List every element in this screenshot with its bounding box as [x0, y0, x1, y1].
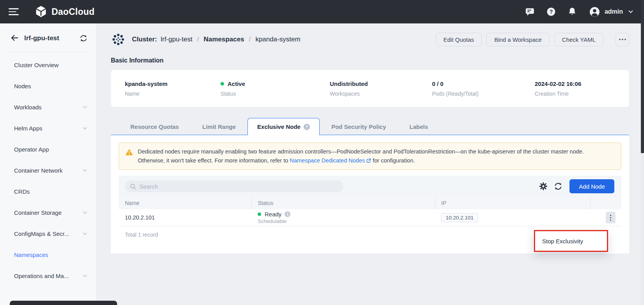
breadcrumb-row: Cluster: lrf-gpu-test / Namespaces / kpa… [111, 32, 629, 47]
settings-gear-icon[interactable] [539, 182, 548, 191]
avatar [589, 7, 600, 17]
tab-bar: Resource Quotas Limit Range Exclusive No… [111, 118, 629, 135]
tab-exclusive-node[interactable]: Exclusive Node ? [247, 118, 320, 135]
sidebar-item-container-network[interactable]: Container Network [0, 160, 96, 181]
sidebar-item-container-storage[interactable]: Container Storage [0, 202, 96, 223]
svg-text:?: ? [550, 9, 553, 15]
dedicated-nodes-link[interactable]: Namespace Dedicated Nodes [290, 157, 365, 164]
info-field-name: kpanda-system Name [125, 80, 221, 97]
sidebar-item-configmaps-secrets[interactable]: ConfigMaps & Secr... [0, 223, 96, 244]
column-header-status: Status [251, 197, 435, 209]
chevron-down-icon [82, 168, 88, 173]
table-header-row: Name Status IP [119, 197, 621, 209]
chevron-down-icon [628, 9, 634, 15]
status-dot [221, 82, 224, 86]
messages-icon[interactable] [525, 7, 535, 16]
chevron-down-icon [82, 231, 88, 237]
sidebar-item-namespaces[interactable]: Namespaces [0, 244, 96, 265]
sidebar-cluster-name: lrf-gpu-test [24, 34, 79, 42]
refresh-icon[interactable] [554, 182, 562, 191]
user-menu[interactable]: admin [589, 7, 634, 17]
stop-exclusivity-menu-item[interactable]: Stop Exclusivity [535, 238, 607, 244]
sidebar-item-workloads[interactable]: Workloads [0, 96, 96, 118]
sidebar-menu: Cluster Overview Nodes Workloads Helm Ap… [0, 54, 96, 286]
sidebar-item-crds[interactable]: CRDs [0, 181, 96, 202]
breadcrumb-prefix: Cluster: [132, 36, 157, 43]
back-arrow-icon[interactable] [9, 34, 19, 43]
cluster-icon [111, 32, 126, 47]
add-node-button[interactable]: Add Node [569, 179, 614, 193]
more-actions-button[interactable] [616, 33, 629, 46]
column-header-name: Name [119, 197, 251, 209]
tab-pod-security-policy[interactable]: Pod Security Policy [320, 118, 398, 135]
check-yaml-button[interactable]: Check YAML [554, 33, 603, 46]
sidebar-item-cluster-overview[interactable]: Cluster Overview [0, 54, 96, 75]
switch-cluster-icon[interactable] [79, 34, 88, 43]
schedulable-label: Schedulable [258, 218, 435, 224]
tab-resource-quotas[interactable]: Resource Quotas [119, 118, 190, 135]
username-label: admin [605, 8, 623, 15]
edit-quotas-button[interactable]: Edit Quotas [436, 33, 482, 46]
table-row: 10.20.2.101 Ready i Schedulable 10.20.2.… [119, 209, 621, 226]
column-header-actions [590, 197, 621, 209]
search-input[interactable] [139, 183, 339, 190]
node-status-cell: Ready i Schedulable [251, 209, 435, 226]
daocloud-cube-icon [34, 5, 48, 18]
search-box[interactable] [125, 180, 343, 192]
basic-info-card: kpanda-system Name Active Status Undistr… [111, 70, 629, 107]
tab-labels[interactable]: Labels [398, 118, 440, 135]
node-toolbar: Add Node [119, 176, 621, 197]
basic-info-title: Basic Information [111, 57, 629, 64]
info-field-workspaces: Undistributed Workspaces [330, 80, 432, 97]
bind-workspace-button[interactable]: Bind a Workspace [486, 33, 549, 46]
sidebar-item-operations[interactable]: Operations and Ma... [0, 265, 96, 286]
brand-logo: DaoCloud [34, 5, 94, 18]
help-icon[interactable]: ? [546, 7, 556, 16]
main-content: Cluster: lrf-gpu-test / Namespaces / kpa… [97, 23, 641, 305]
tab-help-icon[interactable]: ? [304, 124, 310, 130]
chevron-down-icon [82, 104, 88, 110]
breadcrumb-cluster[interactable]: lrf-gpu-test [161, 36, 192, 43]
sidebar-bottom-bar [10, 301, 117, 305]
row-actions-kebab-button[interactable] [606, 212, 616, 223]
breadcrumb: Cluster: lrf-gpu-test / Namespaces / kpa… [132, 36, 301, 43]
info-field-status: Active Status [221, 80, 330, 97]
column-header-ip: IP [435, 197, 590, 209]
warning-icon [125, 148, 133, 156]
sidebar-item-nodes[interactable]: Nodes [0, 75, 96, 96]
sidebar-item-operator-app[interactable]: Operator App [0, 139, 96, 160]
chevron-down-icon [82, 125, 88, 131]
breadcrumb-current: kpanda-system [255, 36, 300, 43]
search-icon [130, 183, 136, 190]
info-field-creation-time: 2024-02-02 16:06 Creation Time [535, 80, 581, 97]
chevron-down-icon [82, 273, 88, 279]
info-icon[interactable]: i [285, 211, 290, 217]
node-actions-cell [590, 209, 621, 226]
warning-banner: Dedicated nodes require manually enablin… [119, 143, 621, 170]
warning-text: Dedicated nodes require manually enablin… [138, 147, 587, 165]
info-field-pods: 0 / 0 Pods (Ready/Total) [432, 80, 535, 97]
node-table: Name Status IP 10.20.2.101 Ready i [119, 197, 621, 226]
menu-icon[interactable] [9, 8, 19, 15]
topbar: DaoCloud ? [0, 0, 644, 23]
node-ip-cell: 10.20.2.101 [435, 209, 590, 226]
ready-status-dot [258, 212, 261, 216]
ip-tag: 10.20.2.101 [441, 213, 478, 222]
node-name-cell[interactable]: 10.20.2.101 [119, 209, 251, 226]
sidebar-divider [8, 52, 89, 52]
chevron-down-icon [82, 210, 88, 216]
scrollbar-thumb[interactable] [641, 0, 644, 153]
sidebar-item-helm-apps[interactable]: Helm Apps [0, 118, 96, 139]
sidebar: lrf-gpu-test Cluster Overview Nodes Work… [0, 23, 97, 305]
row-actions-menu: Stop Exclusivity [534, 230, 608, 252]
external-link-icon[interactable] [366, 158, 371, 163]
notifications-bell-icon[interactable] [568, 7, 577, 17]
tab-limit-range[interactable]: Limit Range [190, 118, 247, 135]
brand-name: DaoCloud [52, 7, 94, 17]
breadcrumb-namespaces[interactable]: Namespaces [204, 36, 244, 43]
page-scrollbar[interactable] [641, 0, 644, 305]
